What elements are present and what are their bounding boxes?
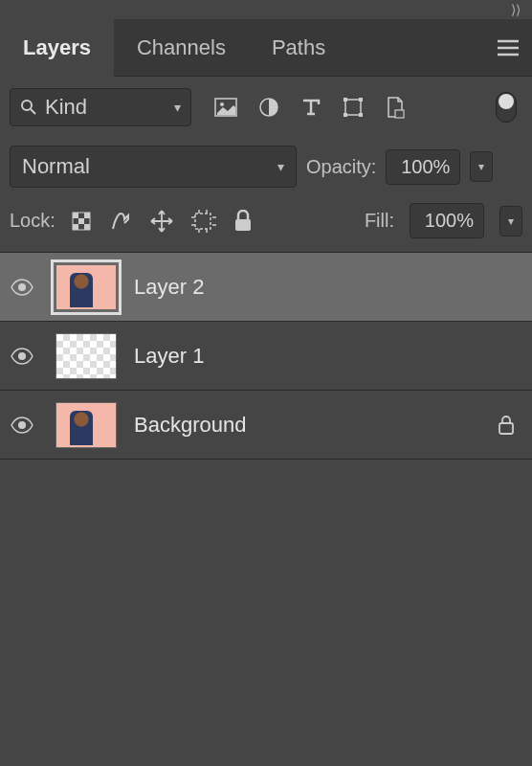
filter-pixel-icon[interactable] [214,98,237,117]
lock-position-icon[interactable] [149,209,174,234]
layer-filter-row: Kind ▾ [0,77,532,138]
svg-point-19 [18,283,26,291]
svg-rect-6 [344,98,347,101]
lock-icon [498,415,515,436]
layer-name[interactable]: Layer 1 [134,344,522,369]
svg-rect-10 [395,110,404,118]
filter-toggle[interactable] [496,92,517,123]
layer-name[interactable]: Background [134,413,480,438]
lock-image-icon[interactable] [109,210,132,233]
svg-rect-17 [195,214,211,229]
layer-name[interactable]: Layer 2 [134,275,522,300]
svg-point-20 [18,352,26,360]
svg-line-1 [31,109,35,114]
filter-shape-icon[interactable] [343,97,364,118]
layer-thumbnail[interactable] [55,264,117,310]
layer-thumbnail[interactable] [55,402,117,448]
opacity-input[interactable]: 100% [386,149,460,185]
lock-transparent-icon[interactable] [71,211,92,232]
svg-rect-13 [84,213,90,218]
lock-label: Lock: [10,210,55,232]
lock-artboard-icon[interactable] [191,210,216,233]
filter-smartobject-icon[interactable] [385,96,406,119]
svg-rect-18 [235,219,251,231]
blend-mode-value: Normal [22,154,277,179]
layer-row[interactable]: Background [0,391,532,460]
filter-kind-dropdown[interactable]: Kind ▾ [10,88,191,126]
layers-list: Layer 2 Layer 1 Background [0,253,532,460]
svg-point-21 [18,421,26,429]
layer-row[interactable]: Layer 2 [0,253,532,322]
panel-tabs: Layers Channels Paths [0,19,532,77]
fill-dropdown-button[interactable]: ▾ [499,206,522,237]
tab-channels[interactable]: Channels [114,19,249,77]
panel-menu-icon[interactable] [484,39,532,56]
chevron-down-icon: ▾ [174,100,181,115]
svg-rect-22 [499,423,513,434]
filter-adjustment-icon[interactable] [258,97,279,118]
fill-label: Fill: [365,210,394,232]
blend-row: Normal ▾ Opacity: 100% ▾ [0,138,532,195]
svg-point-0 [22,101,32,110]
svg-rect-16 [84,224,90,230]
svg-rect-5 [345,100,361,115]
opacity-dropdown-button[interactable]: ▾ [470,151,493,182]
search-icon [20,99,37,116]
svg-rect-8 [344,113,347,117]
collapse-panel-icon[interactable]: ⟩⟩ [511,2,521,17]
fill-input[interactable]: 100% [410,203,484,238]
visibility-eye-icon[interactable] [10,417,38,434]
lock-all-icon[interactable] [233,210,253,233]
svg-rect-7 [359,98,363,101]
visibility-eye-icon[interactable] [10,279,38,296]
layer-thumbnail[interactable] [55,333,117,379]
svg-rect-9 [359,113,363,117]
tab-layers[interactable]: Layers [0,19,114,77]
visibility-eye-icon[interactable] [10,348,38,365]
lock-row: Lock: Fill: 100% ▾ [0,195,532,253]
svg-rect-14 [78,218,84,224]
blend-mode-dropdown[interactable]: Normal ▾ [10,146,297,188]
filter-type-icon[interactable] [300,97,321,118]
svg-rect-15 [73,224,78,230]
opacity-label: Opacity: [306,156,376,178]
layer-row[interactable]: Layer 1 [0,322,532,391]
tab-paths[interactable]: Paths [249,19,348,77]
svg-rect-12 [73,213,78,218]
chevron-down-icon: ▾ [277,159,284,174]
filter-kind-label: Kind [45,95,166,120]
svg-point-3 [220,102,224,106]
